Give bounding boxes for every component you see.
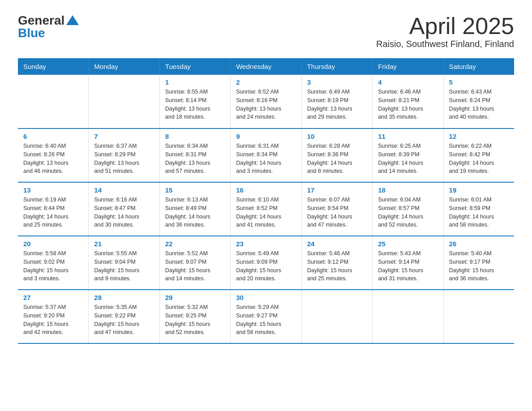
day-info: Sunrise: 6:49 AM Sunset: 8:19 PM Dayligh… [307, 88, 367, 121]
calendar-cell: 20Sunrise: 5:58 AM Sunset: 9:02 PM Dayli… [18, 236, 89, 290]
day-info: Sunrise: 5:43 AM Sunset: 9:14 PM Dayligh… [378, 249, 438, 283]
calendar-cell: 27Sunrise: 5:37 AM Sunset: 9:20 PM Dayli… [18, 290, 89, 343]
day-number: 18 [378, 186, 438, 194]
calendar-cell: 30Sunrise: 5:29 AM Sunset: 9:27 PM Dayli… [231, 290, 301, 343]
calendar-table: SundayMondayTuesdayWednesdayThursdayFrid… [18, 58, 514, 344]
calendar-cell: 3Sunrise: 6:49 AM Sunset: 8:19 PM Daylig… [301, 75, 372, 128]
day-info: Sunrise: 5:35 AM Sunset: 9:22 PM Dayligh… [94, 303, 154, 337]
day-number: 13 [23, 186, 83, 194]
calendar-week-row: 1Sunrise: 6:55 AM Sunset: 8:14 PM Daylig… [18, 75, 514, 128]
calendar-header-friday: Friday [373, 58, 443, 75]
calendar-cell: 29Sunrise: 5:32 AM Sunset: 9:25 PM Dayli… [159, 290, 230, 343]
calendar-cell: 2Sunrise: 6:52 AM Sunset: 8:16 PM Daylig… [231, 75, 301, 128]
day-info: Sunrise: 6:10 AM Sunset: 8:52 PM Dayligh… [236, 196, 296, 229]
calendar-cell: 24Sunrise: 5:46 AM Sunset: 9:12 PM Dayli… [301, 236, 372, 290]
day-number: 20 [23, 240, 83, 248]
day-info: Sunrise: 6:43 AM Sunset: 8:24 PM Dayligh… [449, 88, 509, 121]
day-info: Sunrise: 6:40 AM Sunset: 8:26 PM Dayligh… [23, 142, 83, 176]
calendar-header-thursday: Thursday [301, 58, 372, 75]
day-number: 12 [449, 133, 509, 140]
day-number: 26 [449, 240, 509, 248]
calendar-cell: 8Sunrise: 6:34 AM Sunset: 8:31 PM Daylig… [159, 128, 230, 182]
calendar-cell: 17Sunrise: 6:07 AM Sunset: 8:54 PM Dayli… [301, 182, 372, 236]
day-number: 19 [449, 186, 509, 194]
calendar-cell [89, 75, 159, 128]
day-info: Sunrise: 5:52 AM Sunset: 9:07 PM Dayligh… [165, 249, 225, 283]
day-number: 17 [307, 186, 367, 194]
logo-blue: Blue [18, 26, 45, 40]
calendar-cell: 21Sunrise: 5:55 AM Sunset: 9:04 PM Dayli… [89, 236, 159, 290]
day-number: 3 [307, 78, 367, 86]
day-info: Sunrise: 5:32 AM Sunset: 9:25 PM Dayligh… [165, 303, 225, 337]
day-number: 14 [94, 186, 154, 194]
day-info: Sunrise: 6:28 AM Sunset: 8:36 PM Dayligh… [307, 142, 367, 176]
day-number: 29 [165, 294, 225, 301]
day-info: Sunrise: 6:37 AM Sunset: 8:29 PM Dayligh… [94, 142, 154, 176]
day-number: 22 [165, 240, 225, 248]
calendar-cell [301, 290, 372, 343]
day-info: Sunrise: 5:55 AM Sunset: 9:04 PM Dayligh… [94, 249, 154, 283]
calendar-cell: 25Sunrise: 5:43 AM Sunset: 9:14 PM Dayli… [373, 236, 443, 290]
calendar-cell: 12Sunrise: 6:22 AM Sunset: 8:42 PM Dayli… [443, 128, 514, 182]
day-number: 27 [23, 294, 83, 301]
logo-triangle-icon [66, 15, 79, 25]
calendar-cell: 14Sunrise: 6:16 AM Sunset: 8:47 PM Dayli… [89, 182, 159, 236]
calendar-week-row: 6Sunrise: 6:40 AM Sunset: 8:26 PM Daylig… [18, 128, 514, 182]
day-number: 9 [236, 133, 296, 140]
calendar-cell [373, 290, 443, 343]
title-section: April 2025 Raisio, Southwest Finland, Fi… [376, 13, 514, 49]
day-number: 7 [94, 133, 154, 140]
calendar-header-row: SundayMondayTuesdayWednesdayThursdayFrid… [18, 58, 514, 75]
calendar-cell: 22Sunrise: 5:52 AM Sunset: 9:07 PM Dayli… [159, 236, 230, 290]
calendar-cell: 16Sunrise: 6:10 AM Sunset: 8:52 PM Dayli… [231, 182, 301, 236]
day-info: Sunrise: 6:31 AM Sunset: 8:34 PM Dayligh… [236, 142, 296, 176]
day-number: 5 [449, 78, 509, 86]
day-info: Sunrise: 5:37 AM Sunset: 9:20 PM Dayligh… [23, 303, 83, 337]
day-info: Sunrise: 6:16 AM Sunset: 8:47 PM Dayligh… [94, 196, 154, 229]
day-number: 28 [94, 294, 154, 301]
day-number: 2 [236, 78, 296, 86]
calendar-cell: 13Sunrise: 6:19 AM Sunset: 8:44 PM Dayli… [18, 182, 89, 236]
day-info: Sunrise: 6:07 AM Sunset: 8:54 PM Dayligh… [307, 196, 367, 229]
day-number: 24 [307, 240, 367, 248]
day-number: 10 [307, 133, 367, 140]
day-info: Sunrise: 5:58 AM Sunset: 9:02 PM Dayligh… [23, 249, 83, 283]
calendar-cell: 28Sunrise: 5:35 AM Sunset: 9:22 PM Dayli… [89, 290, 159, 343]
calendar-header-monday: Monday [89, 58, 159, 75]
day-info: Sunrise: 5:46 AM Sunset: 9:12 PM Dayligh… [307, 249, 367, 283]
calendar-cell: 15Sunrise: 6:13 AM Sunset: 8:49 PM Dayli… [159, 182, 230, 236]
location-subtitle: Raisio, Southwest Finland, Finland [376, 39, 514, 49]
day-info: Sunrise: 6:22 AM Sunset: 8:42 PM Dayligh… [449, 142, 509, 176]
day-info: Sunrise: 5:40 AM Sunset: 9:17 PM Dayligh… [449, 249, 509, 283]
calendar-cell: 5Sunrise: 6:43 AM Sunset: 8:24 PM Daylig… [443, 75, 514, 128]
calendar-cell: 11Sunrise: 6:25 AM Sunset: 8:39 PM Dayli… [373, 128, 443, 182]
calendar-header-sunday: Sunday [18, 58, 89, 75]
calendar-cell: 10Sunrise: 6:28 AM Sunset: 8:36 PM Dayli… [301, 128, 372, 182]
day-number: 15 [165, 186, 225, 194]
calendar-cell: 6Sunrise: 6:40 AM Sunset: 8:26 PM Daylig… [18, 128, 89, 182]
calendar-cell: 9Sunrise: 6:31 AM Sunset: 8:34 PM Daylig… [231, 128, 301, 182]
calendar-header-tuesday: Tuesday [159, 58, 230, 75]
day-number: 23 [236, 240, 296, 248]
calendar-cell: 7Sunrise: 6:37 AM Sunset: 8:29 PM Daylig… [89, 128, 159, 182]
day-info: Sunrise: 6:04 AM Sunset: 8:57 PM Dayligh… [378, 196, 438, 229]
day-number: 11 [378, 133, 438, 140]
day-number: 21 [94, 240, 154, 248]
day-number: 30 [236, 294, 296, 301]
calendar-cell: 4Sunrise: 6:46 AM Sunset: 8:21 PM Daylig… [373, 75, 443, 128]
page-header: General Blue April 2025 Raisio, Southwes… [18, 13, 514, 49]
day-info: Sunrise: 6:34 AM Sunset: 8:31 PM Dayligh… [165, 142, 225, 176]
calendar-week-row: 27Sunrise: 5:37 AM Sunset: 9:20 PM Dayli… [18, 290, 514, 343]
calendar-week-row: 13Sunrise: 6:19 AM Sunset: 8:44 PM Dayli… [18, 182, 514, 236]
day-info: Sunrise: 6:55 AM Sunset: 8:14 PM Dayligh… [165, 88, 225, 121]
day-info: Sunrise: 6:25 AM Sunset: 8:39 PM Dayligh… [378, 142, 438, 176]
logo: General Blue [18, 13, 79, 40]
calendar-cell: 18Sunrise: 6:04 AM Sunset: 8:57 PM Dayli… [373, 182, 443, 236]
day-info: Sunrise: 6:52 AM Sunset: 8:16 PM Dayligh… [236, 88, 296, 121]
day-number: 25 [378, 240, 438, 248]
calendar-week-row: 20Sunrise: 5:58 AM Sunset: 9:02 PM Dayli… [18, 236, 514, 290]
day-number: 8 [165, 133, 225, 140]
calendar-cell: 19Sunrise: 6:01 AM Sunset: 8:59 PM Dayli… [443, 182, 514, 236]
calendar-cell: 23Sunrise: 5:49 AM Sunset: 9:09 PM Dayli… [231, 236, 301, 290]
day-info: Sunrise: 6:46 AM Sunset: 8:21 PM Dayligh… [378, 88, 438, 121]
